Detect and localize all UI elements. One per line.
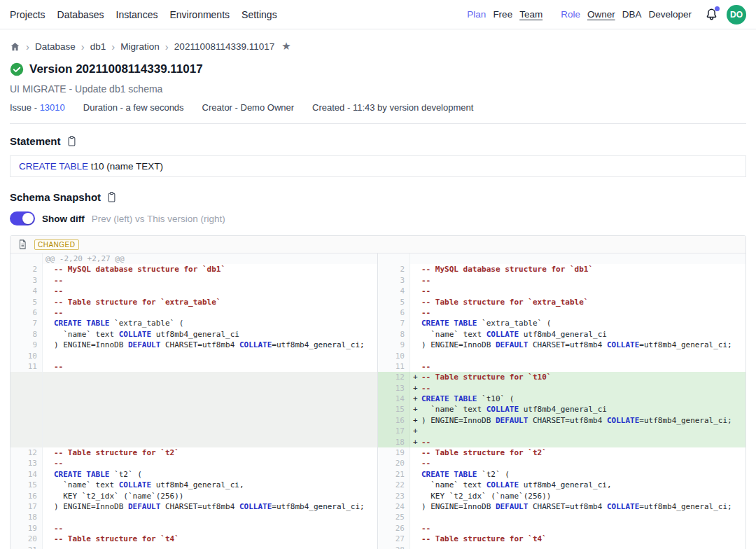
diff-line-added: 15+ `name` text COLLATE utf8mb4_general_… — [378, 404, 746, 415]
diff-line-added: 12+-- Table structure for `t10` — [378, 372, 746, 382]
diff-line: 12-- Table structure for `t2` — [10, 447, 377, 458]
line-code — [43, 351, 377, 361]
line-code: ) ENGINE=InnoDB DEFAULT CHARSET=utf8mb4 … — [410, 340, 746, 350]
line-code: +-- Table structure for `t10` — [410, 372, 746, 382]
line-number: 21 — [10, 545, 43, 549]
sql-keyword: CREATE TABLE — [19, 161, 88, 172]
notification-dot — [715, 6, 720, 11]
breadcrumb-item[interactable]: Database — [35, 41, 76, 52]
line-code: KEY `t2_idx` (`name`(256)) — [43, 491, 377, 501]
line-code: -- Table structure for `t4` — [43, 534, 377, 544]
line-code: `name` text COLLATE utf8mb4_general_ci — [43, 329, 377, 340]
diff-line: 26-- — [378, 523, 746, 534]
line-number: 2 — [10, 264, 43, 274]
line-number: 19 — [10, 523, 43, 534]
line-code: -- — [410, 361, 746, 372]
line-code: -- — [410, 307, 746, 318]
diff-line: 14CREATE TABLE `t2` ( — [10, 469, 377, 480]
line-number: 11 — [378, 361, 410, 372]
line-code: + — [410, 426, 746, 436]
line-number — [10, 415, 43, 426]
line-code — [410, 351, 746, 361]
breadcrumb-item[interactable]: db1 — [90, 41, 106, 52]
line-code: +-- — [410, 383, 746, 394]
line-code: @@ -2,20 +2,27 @@ — [43, 253, 377, 264]
diff-line: 2-- MySQL database structure for `db1` — [378, 264, 746, 274]
nav-item-projects[interactable]: Projects — [10, 9, 46, 20]
line-number: 12 — [10, 447, 43, 458]
line-code — [43, 404, 377, 415]
issue-label: Issue - — [10, 102, 37, 113]
breadcrumb-item[interactable]: 20211008114339.11017 — [174, 41, 274, 52]
line-number: 2 — [378, 264, 410, 274]
title-row: Version 20211008114339.11017 — [10, 62, 746, 76]
diff-line-added: 17+ — [378, 426, 746, 436]
line-number: 8 — [378, 329, 410, 340]
home-icon[interactable] — [10, 41, 20, 52]
diff-line-added: 13+-- — [378, 383, 746, 394]
nav-item-instances[interactable]: Instances — [116, 9, 158, 20]
diff-line: 20-- — [378, 458, 746, 468]
plan-free: Free — [493, 9, 512, 20]
meta-created: Created - 11:43 by version development — [312, 102, 473, 113]
diff-line: 13-- — [10, 458, 377, 468]
line-number: 23 — [378, 491, 410, 501]
line-code: -- — [410, 275, 746, 286]
file-icon — [18, 239, 27, 250]
diff-line: 28-- — [378, 545, 746, 549]
meta-duration: Duration - a few seconds — [83, 102, 184, 113]
plan-team[interactable]: Team — [519, 9, 542, 20]
schema-snapshot-heading: Schema Snapshot — [10, 191, 101, 203]
line-code: ) ENGINE=InnoDB DEFAULT CHARSET=utf8mb4 … — [43, 501, 377, 512]
copy-schema-button[interactable] — [106, 191, 117, 203]
diff-line: 9) ENGINE=InnoDB DEFAULT CHARSET=utf8mb4… — [378, 340, 746, 350]
diff-placeholder — [10, 383, 377, 394]
line-number: 5 — [10, 297, 43, 307]
line-number: 24 — [378, 501, 410, 512]
diff-line: 21-- — [10, 545, 377, 549]
role-owner[interactable]: Owner — [587, 9, 615, 20]
line-code: KEY `t2_idx` (`name`(256)) — [410, 491, 746, 501]
line-code: -- — [43, 458, 377, 468]
diff-line: 9) ENGINE=InnoDB DEFAULT CHARSET=utf8mb4… — [10, 340, 377, 350]
line-number — [10, 383, 43, 394]
diff-line: 8 `name` text COLLATE utf8mb4_general_ci — [10, 329, 377, 340]
line-number — [10, 253, 43, 264]
diff-placeholder — [10, 404, 377, 415]
changed-badge: CHANGED — [34, 239, 79, 250]
line-number: 28 — [378, 545, 410, 549]
line-number: 13 — [378, 383, 410, 394]
diff-line: 2-- MySQL database structure for `db1` — [10, 264, 377, 274]
line-code: -- MySQL database structure for `db1` — [43, 264, 377, 274]
copy-statement-button[interactable] — [66, 135, 77, 147]
schema-diff-panel: CHANGED @@ -2,20 +2,27 @@2-- MySQL datab… — [10, 235, 746, 549]
diff-line: 10 — [10, 351, 377, 361]
line-code: ) ENGINE=InnoDB DEFAULT CHARSET=utf8mb4 … — [410, 501, 746, 512]
line-number: 17 — [378, 426, 410, 436]
role-label[interactable]: Role — [561, 9, 580, 20]
diff-line: 11-- — [378, 361, 746, 372]
clipboard-icon — [66, 135, 77, 147]
diff-line: 19-- Table structure for `t2` — [378, 447, 746, 458]
plan-label[interactable]: Plan — [467, 9, 486, 20]
diff-line: 10 — [378, 351, 746, 361]
line-code: -- — [43, 286, 377, 296]
diff-line: 4-- — [10, 286, 377, 296]
line-code: -- — [43, 523, 377, 534]
show-diff-toggle[interactable] — [10, 211, 35, 225]
nav-item-environments[interactable]: Environments — [169, 9, 230, 20]
nav-item-settings[interactable]: Settings — [241, 9, 277, 20]
line-number: 11 — [10, 361, 43, 372]
line-number: 18 — [10, 512, 43, 522]
issue-link[interactable]: 13010 — [40, 102, 65, 113]
nav-item-databases[interactable]: Databases — [57, 9, 104, 20]
breadcrumb-item[interactable]: Migration — [120, 41, 160, 52]
diff-blank-row — [378, 253, 746, 264]
line-number: 8 — [10, 329, 43, 340]
star-icon[interactable]: ★ — [281, 40, 290, 53]
line-number: 16 — [10, 491, 43, 501]
notification-bell-button[interactable] — [704, 7, 720, 22]
avatar[interactable]: DO — [727, 5, 746, 25]
line-number: 4 — [378, 286, 410, 296]
line-number — [10, 372, 43, 382]
